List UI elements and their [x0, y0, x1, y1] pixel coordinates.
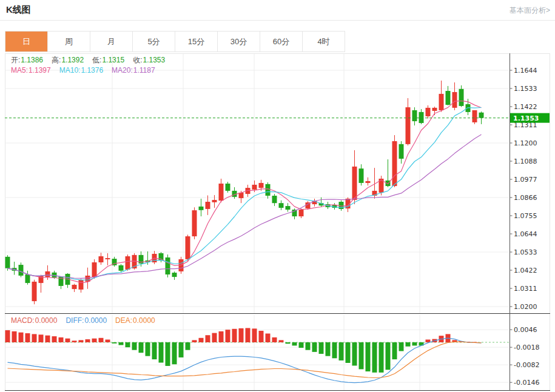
svg-text:1.0644: 1.0644 [514, 230, 537, 238]
tab-30min[interactable]: 30分 [218, 32, 260, 51]
svg-text:1.0977: 1.0977 [514, 176, 537, 184]
svg-text:1.1644: 1.1644 [514, 67, 537, 75]
tab-week[interactable]: 周 [48, 32, 90, 51]
page-header: K线图 基本面分析> [0, 0, 555, 21]
svg-text:1.0311: 1.0311 [514, 285, 537, 293]
svg-text:1.1088: 1.1088 [514, 158, 537, 165]
kline-chart[interactable]: 1.16441.15331.14221.13111.12001.10881.09… [5, 53, 550, 391]
svg-text:1.1422: 1.1422 [514, 103, 537, 111]
tab-60min[interactable]: 60分 [260, 32, 303, 51]
svg-text:1.0866: 1.0866 [514, 194, 537, 202]
tab-4hour[interactable]: 4时 [303, 32, 345, 51]
tab-month[interactable]: 月 [90, 32, 133, 51]
svg-text:0.0046: 0.0046 [514, 326, 537, 334]
svg-text:-0.0146: -0.0146 [514, 379, 539, 387]
svg-text:1.0755: 1.0755 [514, 212, 537, 220]
svg-text:-0.0082: -0.0082 [514, 361, 539, 369]
interval-tabbar: 日周月5分15分30分60分4时 [5, 31, 345, 52]
fundamental-analysis-link[interactable]: 基本面分析> [510, 5, 550, 16]
svg-text:1.0200: 1.0200 [514, 303, 537, 311]
page-title: K线图 [6, 4, 31, 16]
kline-chart-container: 1.16441.15331.14221.13111.12001.10881.09… [5, 53, 550, 391]
tab-15min[interactable]: 15分 [175, 32, 218, 51]
svg-text:1.0533: 1.0533 [514, 248, 537, 256]
svg-text:1.0422: 1.0422 [514, 267, 537, 274]
svg-text:-0.0018: -0.0018 [514, 344, 539, 351]
tab-day[interactable]: 日 [5, 32, 48, 51]
svg-text:1.1200: 1.1200 [514, 139, 537, 147]
tab-5min[interactable]: 5分 [133, 32, 175, 51]
current-price-badge-text: 1.1353 [513, 115, 539, 122]
svg-text:1.1533: 1.1533 [514, 85, 537, 93]
